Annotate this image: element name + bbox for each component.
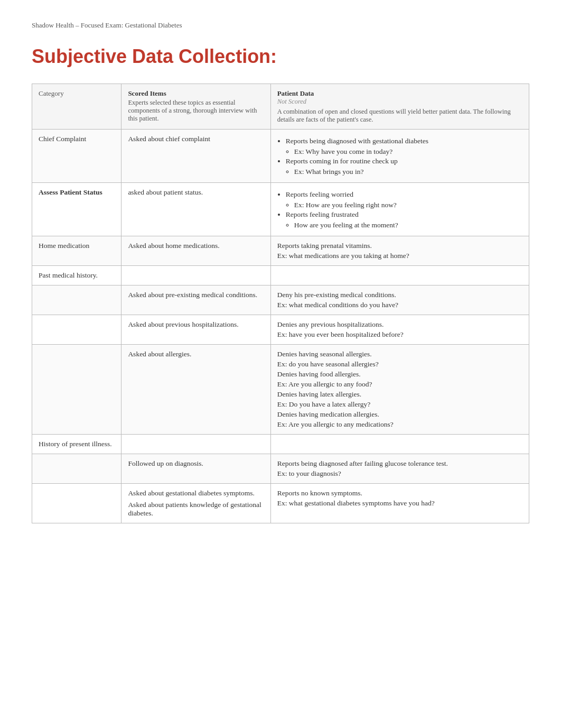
scored-cell: Followed up on diagnosis. [121, 454, 270, 484]
patient-sub-bullet-item: How are you feeling at the moment? [294, 221, 522, 229]
table-row: Home medicationAsked about home medicati… [32, 236, 529, 266]
header-category-label: Category [39, 89, 64, 97]
patient-text: Denies having latex allergies. [277, 390, 522, 399]
category-label: Assess Patient Status [39, 188, 102, 196]
patient-text: Denies having seasonal allergies. [277, 350, 522, 358]
category-cell [32, 454, 121, 484]
patient-text: Ex: Are you allergic to any food? [277, 380, 522, 389]
category-cell: Assess Patient Status [32, 183, 121, 236]
patient-data-cell [270, 435, 529, 454]
header-patient-title: Patient Data [277, 89, 522, 98]
patient-sub-bullet-item: Ex: Why have you come in today? [294, 148, 522, 156]
patient-bullet-item: Reports feeling frustratedHow are you fe… [286, 210, 522, 229]
scored-cell: asked about patient status. [121, 183, 270, 236]
patient-text: Ex: what medications are you taking at h… [277, 252, 522, 260]
patient-data-cell: Reports taking prenatal vitamins.Ex: wha… [270, 236, 529, 266]
scored-cell: Asked about previous hospitalizations. [121, 315, 270, 345]
table-row: Asked about gestational diabetes symptom… [32, 484, 529, 523]
scored-cell: Asked about gestational diabetes symptom… [121, 484, 270, 523]
category-label: History of present illness. [39, 440, 112, 448]
category-cell [32, 345, 121, 435]
header-patient-cell: Patient Data Not Scored A combination of… [270, 84, 529, 130]
category-cell: Home medication [32, 236, 121, 266]
category-label: Home medication [39, 242, 89, 250]
scored-item: Asked about pre-existing medical conditi… [128, 291, 264, 299]
scored-item: Asked about gestational diabetes symptom… [128, 489, 264, 497]
scored-cell: Asked about chief complaint [121, 130, 270, 183]
patient-text: Deny his pre-existing medical conditions… [277, 291, 522, 299]
scored-item: Asked about previous hospitalizations. [128, 320, 264, 329]
category-label: Past medical history. [39, 271, 98, 279]
patient-text: Ex: Do you have a latex allergy? [277, 400, 522, 409]
patient-text: Ex: Are you allergic to any medications? [277, 420, 522, 429]
header-scored-desc: Experts selected these topics as essenti… [128, 99, 264, 123]
patient-bullet-item: Reports coming in for routine check upEx… [286, 157, 522, 176]
table-row: Asked about allergies.Denies having seas… [32, 345, 529, 435]
scored-item: Asked about home medications. [128, 242, 264, 250]
patient-data-cell: Reports no known symptoms.Ex: what gesta… [270, 484, 529, 523]
header-patient-desc: A combination of open and closed questio… [277, 108, 522, 124]
header-category-cell: Category [32, 84, 121, 130]
category-cell [32, 484, 121, 523]
patient-bullets: Reports feeling worriedEx: How are you f… [286, 190, 522, 229]
table-row: Chief ComplaintAsked about chief complai… [32, 130, 529, 183]
patient-data-cell: Reports feeling worriedEx: How are you f… [270, 183, 529, 236]
scored-cell [121, 435, 270, 454]
category-label: Chief Complaint [39, 135, 86, 143]
patient-sub-bullets: Ex: Why have you come in today? [294, 148, 522, 156]
patient-data-cell: Deny his pre-existing medical conditions… [270, 285, 529, 315]
patient-data-cell: Denies any previous hospitalizations.Ex:… [270, 315, 529, 345]
table-row: Asked about pre-existing medical conditi… [32, 285, 529, 315]
category-cell [32, 315, 121, 345]
scored-cell: Asked about pre-existing medical conditi… [121, 285, 270, 315]
patient-data-cell [270, 266, 529, 285]
table-row: Assess Patient Statusasked about patient… [32, 183, 529, 236]
page-title: Subjective Data Collection: [32, 45, 529, 68]
patient-data-cell: Denies having seasonal allergies.Ex: do … [270, 345, 529, 435]
table-header-row: Category Scored Items Experts selected t… [32, 84, 529, 130]
patient-text: Ex: have you ever been hospitalized befo… [277, 330, 522, 339]
scored-cell: Asked about home medications. [121, 236, 270, 266]
patient-text: Reports taking prenatal vitamins. [277, 242, 522, 250]
patient-sub-bullet-item: Ex: What brings you in? [294, 168, 522, 176]
table-row: Asked about previous hospitalizations.De… [32, 315, 529, 345]
patient-sub-bullets: Ex: How are you feeling right now? [294, 201, 522, 209]
patient-sub-bullet-item: Ex: How are you feeling right now? [294, 201, 522, 209]
category-cell [32, 285, 121, 315]
patient-bullets: Reports being diagnosed with gestational… [286, 137, 522, 176]
scored-item: Asked about allergies. [128, 350, 264, 358]
patient-data-cell: Reports being diagnosed with gestational… [270, 130, 529, 183]
header-patient-notscored: Not Scored [277, 98, 522, 106]
table-row: Past medical history. [32, 266, 529, 285]
table-row: History of present illness. [32, 435, 529, 454]
category-cell: Past medical history. [32, 266, 121, 285]
patient-text: Ex: do you have seasonal allergies? [277, 360, 522, 368]
top-label: Shadow Health – Focused Exam: Gestationa… [32, 21, 529, 30]
patient-text: Denies any previous hospitalizations. [277, 320, 522, 329]
patient-text: Reports being diagnosed after failing gl… [277, 459, 522, 468]
category-cell: Chief Complaint [32, 130, 121, 183]
scored-item: Asked about chief complaint [128, 135, 264, 143]
table-row: Followed up on diagnosis.Reports being d… [32, 454, 529, 484]
patient-sub-bullets: Ex: What brings you in? [294, 168, 522, 176]
main-table: Category Scored Items Experts selected t… [32, 84, 529, 523]
patient-bullet-item: Reports being diagnosed with gestational… [286, 137, 522, 156]
scored-item: asked about patient status. [128, 188, 264, 197]
header-scored-cell: Scored Items Experts selected these topi… [121, 84, 270, 130]
patient-text: Ex: what gestational diabetes symptoms h… [277, 499, 522, 508]
patient-text: Denies having food allergies. [277, 370, 522, 379]
patient-bullet-item: Reports feeling worriedEx: How are you f… [286, 190, 522, 209]
scored-cell: Asked about allergies. [121, 345, 270, 435]
scored-cell [121, 266, 270, 285]
header-scored-title: Scored Items [128, 89, 264, 98]
scored-item: Followed up on diagnosis. [128, 459, 264, 468]
patient-text: Ex: what medical conditions do you have? [277, 301, 522, 309]
scored-item: Asked about patients knowledge of gestat… [128, 501, 264, 518]
patient-text: Reports no known symptoms. [277, 489, 522, 497]
patient-text: Denies having medication allergies. [277, 410, 522, 419]
patient-data-cell: Reports being diagnosed after failing gl… [270, 454, 529, 484]
patient-sub-bullets: How are you feeling at the moment? [294, 221, 522, 229]
category-cell: History of present illness. [32, 435, 121, 454]
patient-text: Ex: to your diagnosis? [277, 469, 522, 478]
